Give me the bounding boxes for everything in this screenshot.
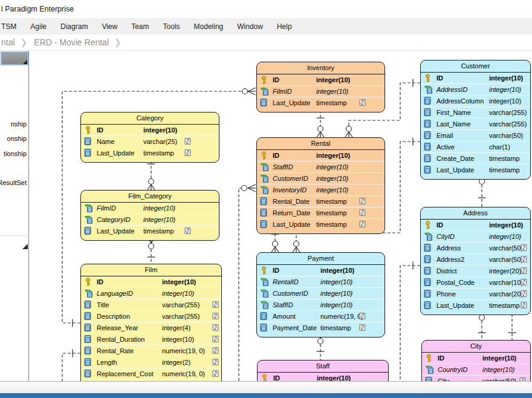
column-icon bbox=[424, 301, 433, 310]
nullable-icon: N bbox=[213, 381, 218, 382]
entity-table-film_category[interactable]: Film_CategoryFilmIDinteger(10)CategoryID… bbox=[80, 190, 219, 241]
horizontal-scrollbar[interactable] bbox=[0, 381, 532, 393]
column-row[interactable]: Last_UpdatetimestampN bbox=[81, 147, 219, 158]
column-name: InventoryID bbox=[273, 184, 307, 195]
selected-tool-button[interactable] bbox=[1, 51, 28, 65]
column-row[interactable]: Last_Updatetimestamp bbox=[421, 164, 530, 175]
column-row[interactable]: AddressIDinteger(10) bbox=[421, 83, 530, 95]
column-type: integer(10) bbox=[162, 334, 194, 345]
column-row[interactable]: CustomerIDinteger(10) bbox=[257, 287, 384, 299]
column-row[interactable]: Titlevarchar(255)N bbox=[81, 299, 221, 310]
connector-film_category-film[interactable] bbox=[148, 238, 155, 264]
column-row[interactable]: Last_Namevarchar(255) bbox=[421, 118, 530, 129]
column-row[interactable]: CityIDinteger(10) bbox=[421, 230, 530, 242]
connector-rental-staff[interactable] bbox=[239, 184, 256, 381]
connector-film-external[interactable] bbox=[62, 350, 80, 382]
column-row[interactable]: Districtinteger(20)N bbox=[421, 265, 530, 276]
connector-inventory-rental[interactable] bbox=[317, 110, 325, 137]
column-row[interactable]: Addressvarchar(50)N bbox=[421, 242, 530, 253]
menu-item-team[interactable]: Team bbox=[131, 22, 149, 31]
window-title: l Paradigm Enterprise bbox=[0, 0, 74, 13]
column-row[interactable]: IDinteger(10) bbox=[257, 150, 384, 161]
menu-item-diagram[interactable]: Diagram bbox=[60, 22, 88, 31]
column-row[interactable]: IDinteger(10) bbox=[258, 373, 388, 381]
breadcrumb-item-0[interactable]: ntal bbox=[1, 38, 15, 47]
column-row[interactable]: Rental_Durationinteger(10)N bbox=[81, 333, 221, 345]
entity-table-payment[interactable]: PaymentIDinteger(10)RentalIDinteger(10)C… bbox=[256, 252, 385, 338]
column-row[interactable]: Activechar(1) bbox=[421, 141, 530, 152]
nullable-icon: N bbox=[213, 335, 218, 344]
column-row[interactable]: IDinteger(10) bbox=[81, 125, 219, 135]
column-row[interactable]: Rental_DatetimestampN bbox=[257, 195, 384, 207]
column-name: CustomerID bbox=[273, 173, 308, 184]
entity-table-staff[interactable]: StaffIDinteger(10) bbox=[257, 360, 389, 381]
column-row[interactable]: CategoryIDinteger(10) bbox=[81, 214, 219, 225]
entity-table-rental[interactable]: RentalIDinteger(10)StaffIDinteger(10)Cus… bbox=[256, 137, 385, 234]
column-row[interactable]: IDinteger(10) bbox=[257, 74, 384, 85]
entity-header: Address bbox=[421, 207, 530, 220]
column-row[interactable]: CountryIDinteger(10) bbox=[422, 364, 530, 375]
entity-table-film[interactable]: FilmIDinteger(10)LanguageIDinteger(10)Ti… bbox=[80, 264, 222, 381]
column-row[interactable]: RentalIDinteger(10) bbox=[257, 276, 384, 287]
column-row[interactable]: IDinteger(10) bbox=[422, 353, 530, 364]
menu-item-view[interactable]: View bbox=[102, 22, 117, 31]
column-row[interactable]: Phonevarchar(20)N bbox=[421, 288, 530, 299]
column-row[interactable]: N bbox=[81, 379, 221, 381]
column-row[interactable]: Last_UpdatetimestampN bbox=[257, 97, 384, 108]
column-row[interactable]: AddressColumninteger(10) bbox=[421, 95, 530, 106]
breadcrumb-item-1[interactable]: ERD - Movie Rental bbox=[34, 38, 109, 47]
column-row[interactable]: FilmIDinteger(10) bbox=[81, 203, 219, 214]
menu-item-tools[interactable]: Tools bbox=[163, 22, 180, 31]
tool-corner-triangle bbox=[23, 60, 27, 64]
column-row[interactable]: Payment_DatetimestampN bbox=[257, 322, 384, 333]
palette-scroll-handle[interactable] bbox=[22, 244, 28, 249]
column-type: varchar(255) bbox=[162, 299, 199, 310]
column-row[interactable]: Last_UpdatetimestampN bbox=[257, 218, 384, 230]
column-row[interactable]: IDinteger(10) bbox=[421, 73, 530, 83]
menu-item-window[interactable]: Window bbox=[237, 22, 263, 31]
menu-item-modeling[interactable]: Modeling bbox=[194, 22, 224, 31]
entity-table-city[interactable]: CityIDinteger(10)CountryIDinteger(10)Cit… bbox=[421, 340, 531, 381]
column-row[interactable]: Amountnumeric(19, 0)N bbox=[257, 310, 384, 322]
column-row[interactable]: CustomerIDinteger(10) bbox=[257, 172, 384, 184]
column-row[interactable]: Address2varchar(50)N bbox=[421, 253, 530, 265]
column-row[interactable]: Return_DatetimestampN bbox=[257, 207, 384, 218]
palette-tool-0[interactable]: nship bbox=[11, 120, 27, 128]
column-row[interactable]: IDinteger(10) bbox=[421, 220, 530, 230]
column-row[interactable]: Cityvarchar(50)N bbox=[422, 375, 530, 381]
column-row[interactable]: StaffIDinteger(10) bbox=[257, 299, 384, 310]
menu-item-tsm[interactable]: TSM bbox=[1, 22, 16, 31]
column-row[interactable]: Lengthinteger(2)N bbox=[81, 356, 221, 368]
palette-tool-2[interactable]: tionship bbox=[4, 150, 27, 157]
entity-table-address[interactable]: AddressIDinteger(10)CityIDinteger(10)Add… bbox=[420, 207, 531, 315]
entity-table-category[interactable]: CategoryIDinteger(10)Namevarchar(25)NLas… bbox=[80, 112, 219, 163]
palette-tool-3[interactable]: ResultSet bbox=[0, 179, 27, 186]
entity-table-inventory[interactable]: InventoryIDinteger(10)FilmIDinteger(10)L… bbox=[256, 62, 385, 113]
column-row[interactable]: IDinteger(10) bbox=[257, 265, 384, 276]
column-row[interactable]: FilmIDinteger(10) bbox=[257, 85, 384, 97]
entity-table-customer[interactable]: CustomerIDinteger(10)AddressIDinteger(10… bbox=[420, 60, 531, 180]
column-row[interactable]: Namevarchar(25)N bbox=[81, 135, 219, 147]
column-row[interactable]: StaffIDinteger(10) bbox=[257, 161, 384, 172]
menu-item-help[interactable]: Help bbox=[277, 22, 292, 31]
connector-address-external[interactable] bbox=[400, 262, 420, 382]
column-row[interactable]: LanguageIDinteger(10) bbox=[81, 287, 221, 299]
nullable-icon: N bbox=[520, 377, 525, 382]
column-row[interactable]: Create_Datetimestamp bbox=[421, 152, 530, 164]
column-row[interactable]: Emailvarchar(50) bbox=[421, 129, 530, 141]
column-row[interactable]: Replacement_Costnumeric(19, 0)N bbox=[81, 368, 221, 379]
column-row[interactable]: InventoryIDinteger(10) bbox=[257, 184, 384, 195]
erd-canvas[interactable]: InventoryIDinteger(10)FilmIDinteger(10)L… bbox=[29, 51, 532, 381]
column-row[interactable]: Rental_Ratenumeric(19, 0)N bbox=[81, 345, 221, 356]
column-row[interactable]: Last_UpdatetimestampN bbox=[421, 299, 530, 311]
column-row[interactable]: Descriptionvarchar(255)N bbox=[81, 310, 221, 322]
column-row[interactable]: IDinteger(10) bbox=[81, 276, 221, 287]
column-row[interactable]: First_Namevarchar(255) bbox=[421, 106, 530, 118]
column-row[interactable]: Last_UpdatetimestampN bbox=[81, 225, 219, 237]
column-row[interactable]: Postal_Codevarchar(10)N bbox=[421, 276, 530, 288]
menu-item-agile[interactable]: Agile bbox=[30, 22, 47, 31]
column-name: Length bbox=[97, 357, 117, 368]
column-row[interactable]: Release_Yearinteger(4)N bbox=[81, 322, 221, 333]
column-name: Last_Update bbox=[436, 165, 474, 175]
palette-tool-1[interactable]: onship bbox=[7, 135, 27, 142]
